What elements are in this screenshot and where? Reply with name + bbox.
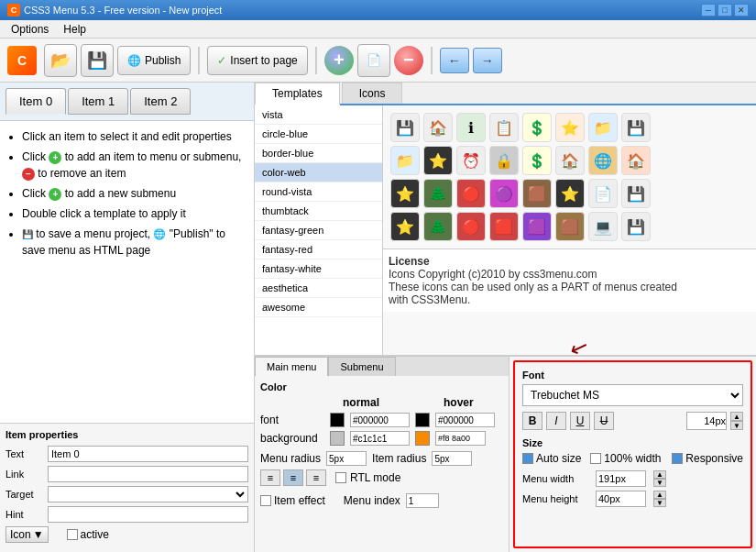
underline-button[interactable]: U (570, 412, 590, 430)
template-round-vista[interactable]: round-vista (255, 182, 382, 202)
main-menu-tab[interactable]: Main menu (255, 357, 328, 376)
icon-dropdown[interactable]: Icon ▼ (5, 526, 49, 543)
icon-cell[interactable]: 🏠 (555, 146, 585, 175)
target-select[interactable]: _blank _self (48, 486, 248, 502)
icon-cell[interactable]: 💾 (390, 113, 420, 142)
icon-cell[interactable]: ⭐ (555, 179, 585, 208)
menu-options[interactable]: Options (4, 21, 56, 38)
icon-cell[interactable]: 💾 (621, 179, 651, 208)
icon-cell[interactable]: ⭐ (423, 146, 453, 175)
bg-hover-input[interactable] (435, 431, 486, 446)
close-button[interactable]: ✕ (734, 4, 749, 17)
bg-normal-input[interactable] (350, 431, 410, 446)
template-fantasy-red[interactable]: fantasy-red (255, 240, 382, 259)
icon-cell[interactable]: ⭐ (390, 179, 420, 208)
icon-cell[interactable]: 💾 (621, 113, 651, 142)
font-size-down[interactable]: ▼ (730, 421, 743, 430)
template-aesthetica[interactable]: aesthetica (255, 279, 382, 298)
font-normal-swatch[interactable] (330, 413, 345, 427)
icon-cell[interactable]: ℹ (456, 113, 486, 142)
template-fantasy-white[interactable]: fantasy-white (255, 259, 382, 279)
icon-cell[interactable]: 🟪 (522, 212, 552, 241)
menu-tab-1[interactable]: Item 1 (68, 88, 128, 115)
icon-cell[interactable]: 🟥 (489, 212, 519, 241)
icon-cell[interactable]: 🌲 (423, 212, 453, 241)
open-button[interactable]: 📂 (44, 44, 77, 77)
active-checkbox[interactable] (67, 529, 78, 540)
icon-cell[interactable]: 🔒 (489, 146, 519, 175)
item-radius-input[interactable] (432, 451, 472, 466)
icon-cell[interactable]: 💲 (522, 113, 552, 142)
icon-cell[interactable]: 🟣 (489, 179, 519, 208)
align-center-button[interactable]: ≡ (283, 469, 303, 486)
width-up[interactable]: ▲ (653, 470, 666, 479)
template-border-blue[interactable]: border-blue (255, 144, 382, 163)
icon-cell[interactable]: 📁 (588, 113, 618, 142)
menu-help[interactable]: Help (56, 21, 93, 38)
font-hover-swatch[interactable] (415, 413, 430, 427)
icon-cell[interactable]: 📄 (588, 179, 618, 208)
icon-cell[interactable]: ⭐ (390, 212, 420, 241)
template-thumbtack[interactable]: thumbtack (255, 202, 382, 221)
icon-cell[interactable]: 💾 (621, 212, 651, 241)
width-100-checkbox[interactable] (590, 453, 601, 464)
link-input[interactable] (48, 466, 248, 482)
responsive-checkbox[interactable] (672, 453, 683, 464)
template-vista[interactable]: vista (255, 105, 382, 125)
minimize-button[interactable]: ─ (701, 4, 716, 17)
template-awesome[interactable]: awesome (255, 298, 382, 317)
menu-height-input[interactable] (596, 491, 646, 507)
height-up[interactable]: ▲ (653, 491, 666, 499)
menu-tab-2[interactable]: Item 2 (130, 88, 191, 115)
tab-icons[interactable]: Icons (342, 83, 403, 104)
icon-cell[interactable]: 🟫 (555, 212, 585, 241)
rtl-checkbox[interactable] (335, 472, 346, 483)
bg-hover-swatch[interactable] (415, 431, 430, 446)
icon-cell[interactable]: ⏰ (456, 146, 486, 175)
icon-cell[interactable]: 💻 (588, 212, 618, 241)
publish-button[interactable]: 🌐 Publish (117, 46, 191, 75)
icon-cell[interactable]: 🏠 (621, 146, 651, 175)
icon-cell[interactable]: 🌲 (423, 179, 453, 208)
icon-cell[interactable]: ⭐ (555, 113, 585, 142)
font-size-input[interactable] (686, 412, 727, 430)
template-circle-blue[interactable]: circle-blue (255, 125, 382, 144)
item-effect-checkbox[interactable] (260, 495, 271, 506)
save-button[interactable]: 💾 (81, 44, 114, 77)
add-button[interactable]: + (324, 46, 354, 75)
icon-cell[interactable]: 🔴 (456, 179, 486, 208)
icon-cell[interactable]: 📋 (489, 113, 519, 142)
font-normal-input[interactable] (350, 413, 410, 427)
auto-size-checkbox[interactable] (522, 453, 533, 464)
icon-cell[interactable]: 💲 (522, 146, 552, 175)
italic-button[interactable]: I (546, 412, 566, 430)
menu-width-input[interactable] (596, 470, 646, 487)
insert-button[interactable]: ✓ Insert to page (207, 46, 307, 75)
icon-cell[interactable]: 🌐 (588, 146, 618, 175)
move-right-button[interactable]: → (473, 48, 502, 73)
menu-tab-0[interactable]: Item 0 (5, 88, 66, 115)
maximize-button[interactable]: □ (718, 4, 732, 17)
icon-cell[interactable]: 🔴 (456, 212, 486, 241)
icon-cell[interactable]: 🟫 (522, 179, 552, 208)
menu-radius-input[interactable] (326, 451, 367, 466)
height-down[interactable]: ▼ (653, 499, 666, 507)
icon-cell[interactable]: 📁 (390, 146, 420, 175)
bold-button[interactable]: B (522, 412, 542, 430)
icon-cell[interactable]: 🏠 (423, 113, 453, 142)
template-fantasy-green[interactable]: fantasy-green (255, 221, 382, 240)
icon-select-button[interactable]: Icon ▼ (5, 526, 49, 543)
tab-templates[interactable]: Templates (255, 83, 340, 105)
align-left-button[interactable]: ≡ (260, 469, 280, 486)
remove-button[interactable]: − (394, 46, 423, 75)
font-hover-input[interactable] (435, 413, 495, 427)
text-input[interactable] (48, 446, 248, 462)
bg-normal-swatch[interactable] (330, 431, 345, 446)
menu-index-input[interactable] (406, 493, 439, 508)
width-down[interactable]: ▼ (653, 479, 666, 487)
font-size-up[interactable]: ▲ (730, 412, 743, 421)
font-select[interactable]: Trebuchet MS Arial Times New Roman (522, 384, 743, 406)
secondary-button[interactable]: 📄 (357, 44, 390, 77)
hint-input[interactable] (48, 506, 248, 523)
submenu-tab[interactable]: Submenu (328, 357, 395, 376)
